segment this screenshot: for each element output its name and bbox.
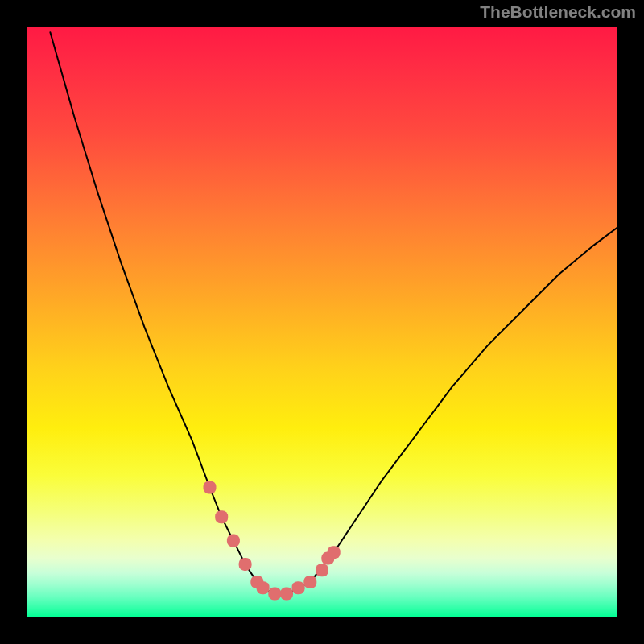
- gradient-background: [27, 27, 617, 617]
- plot-area: [27, 27, 617, 617]
- chart-frame: TheBottleneck.com: [0, 0, 644, 644]
- watermark-text: TheBottleneck.com: [480, 2, 636, 22]
